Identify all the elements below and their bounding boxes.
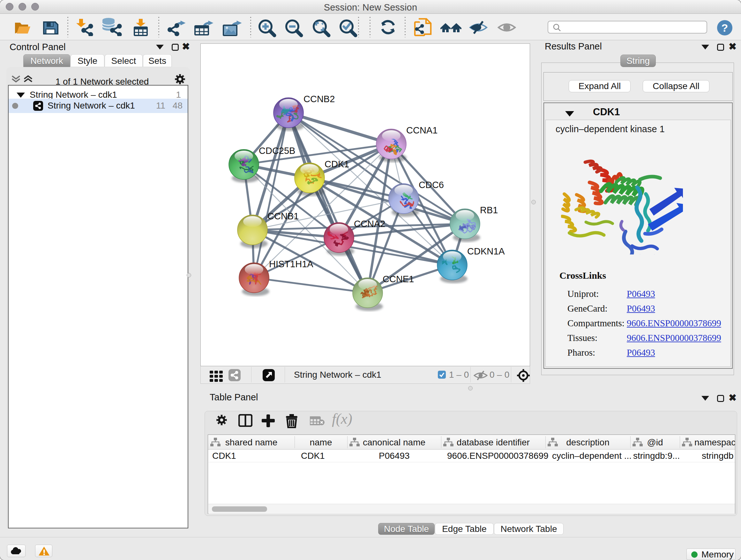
svg-text:HIST1H1A: HIST1H1A — [269, 259, 313, 269]
svg-text:CCNE1: CCNE1 — [383, 274, 414, 284]
svg-text:CCNB1: CCNB1 — [267, 211, 299, 221]
svg-text:RB1: RB1 — [480, 205, 498, 215]
svg-text:CCNB2: CCNB2 — [304, 94, 335, 104]
svg-text:CDC25B: CDC25B — [259, 145, 295, 156]
svg-text:CCNA1: CCNA1 — [406, 125, 437, 135]
svg-text:CDK1: CDK1 — [325, 159, 349, 169]
svg-text:CDC6: CDC6 — [419, 180, 444, 190]
svg-text:CDKN1A: CDKN1A — [467, 246, 505, 256]
svg-text:CCNA2: CCNA2 — [354, 219, 385, 229]
